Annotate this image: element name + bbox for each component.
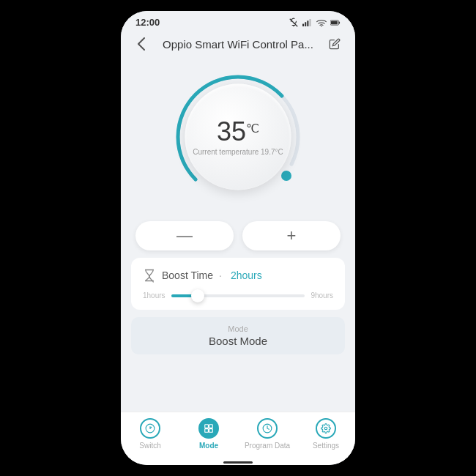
controls-row: — +	[121, 221, 355, 250]
temperature-display: 35 ℃	[217, 119, 259, 145]
thermostat-dial[interactable]: 35 ℃ Current temperature 19.7°C	[168, 67, 308, 207]
nav-item-settings[interactable]: Settings	[297, 418, 355, 450]
boost-header: Boost Time · 2hours	[143, 268, 333, 283]
program-data-nav-label: Program Data	[245, 442, 290, 450]
settings-icon-circle	[316, 418, 336, 439]
dial-container: 35 ℃ Current temperature 19.7°C	[121, 60, 355, 218]
svg-rect-4	[309, 19, 310, 26]
nav-item-mode[interactable]: Mode	[179, 418, 238, 450]
header: Oppio Smart WiFi Control Pa...	[121, 31, 355, 60]
dial-inner: 35 ℃ Current temperature 19.7°C	[185, 84, 291, 190]
mode-nav-label: Mode	[199, 442, 218, 450]
boost-value: 2hours	[231, 269, 262, 281]
mode-nav-icon	[198, 418, 219, 439]
temperature-unit: ℃	[246, 123, 259, 135]
svg-rect-17	[205, 429, 209, 433]
boost-title: Boost Time	[162, 269, 213, 281]
program-icon-circle	[257, 418, 278, 439]
slider-min-label: 1hours	[143, 291, 166, 300]
switch-icon-circle	[140, 418, 160, 439]
hourglass-icon	[143, 268, 156, 283]
mute-icon	[289, 18, 299, 28]
status-bar: 12:00	[121, 11, 355, 31]
settings-nav-label: Settings	[313, 442, 339, 450]
wifi-icon	[316, 18, 327, 28]
svg-rect-18	[209, 429, 213, 433]
signal-icon	[302, 18, 313, 28]
switch-nav-icon	[140, 418, 160, 439]
settings-nav-icon	[316, 418, 336, 439]
status-icons	[289, 18, 341, 28]
increase-button[interactable]: +	[242, 221, 341, 250]
current-temperature: Current temperature 19.7°C	[193, 148, 283, 156]
boost-card: Boost Time · 2hours 1hours 9hours	[131, 258, 345, 310]
svg-rect-2	[305, 22, 306, 26]
svg-rect-7	[339, 21, 340, 23]
phone-frame: 12:00	[121, 11, 355, 465]
svg-rect-1	[302, 23, 304, 26]
svg-rect-3	[307, 21, 308, 26]
svg-rect-15	[205, 425, 209, 428]
nav-item-program-data[interactable]: Program Data	[238, 418, 297, 450]
nav-item-switch[interactable]: Switch	[121, 418, 179, 450]
svg-rect-16	[209, 425, 213, 428]
boost-slider-container: 1hours 9hours	[143, 291, 333, 300]
battery-icon	[330, 18, 341, 28]
status-time: 12:00	[135, 17, 160, 28]
page-title: Oppio Smart WiFi Control Pa...	[150, 38, 326, 51]
slider-max-label: 9hours	[310, 291, 333, 300]
home-indicator-bar	[223, 461, 253, 464]
edit-button[interactable]	[326, 35, 343, 53]
svg-point-20	[324, 427, 327, 430]
program-data-nav-icon	[257, 418, 278, 439]
svg-point-11	[281, 171, 291, 181]
svg-rect-8	[331, 21, 338, 23]
back-button[interactable]	[133, 35, 150, 53]
svg-point-5	[321, 26, 321, 26]
mode-value: Boost Mode	[138, 335, 338, 347]
mode-section: Mode Boost Mode	[131, 317, 345, 354]
slider-thumb[interactable]	[191, 289, 204, 302]
mode-label: Mode	[138, 324, 338, 333]
temperature-value: 35	[217, 119, 246, 145]
decrease-button[interactable]: —	[135, 221, 234, 250]
bottom-nav: Switch Mode	[121, 412, 355, 458]
main-content: 35 ℃ Current temperature 19.7°C — +	[121, 60, 355, 412]
mode-icon-circle	[198, 418, 219, 439]
switch-nav-label: Switch	[139, 442, 160, 450]
boost-slider[interactable]	[171, 294, 305, 297]
boost-separator: ·	[219, 269, 222, 281]
home-indicator	[121, 458, 355, 465]
